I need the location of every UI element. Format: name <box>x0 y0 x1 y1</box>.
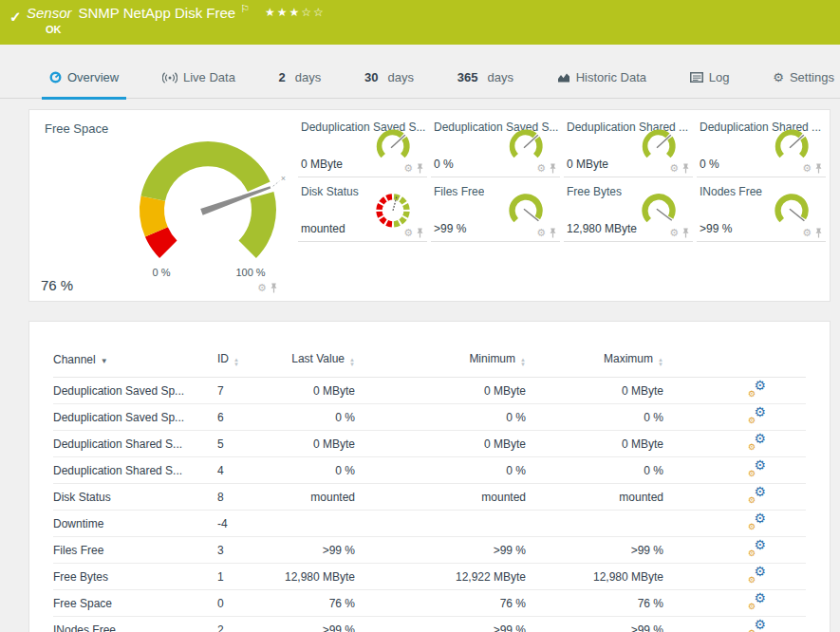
table-header-row: Channel▼ ID▲▼ Last Value▲▼ Minimum▲▼ Max… <box>53 348 806 378</box>
col-header-channel[interactable]: Channel▼ <box>53 348 217 378</box>
tab-settings[interactable]: ⚙ Settings <box>773 57 834 99</box>
main-gauge-value: 76 % <box>41 277 73 293</box>
sort-desc-icon: ▼ <box>101 357 108 365</box>
edit-channel-gears-icon[interactable]: ⚙⚙ <box>749 567 766 583</box>
pin-icon[interactable] <box>549 163 557 174</box>
pin-icon[interactable] <box>814 228 823 238</box>
channel-minimum: 0 % <box>355 457 526 484</box>
table-row: INodes Free 2 >99 % >99 % >99 % ⚙⚙ <box>53 617 806 632</box>
channel-name: Deduplication Shared S... <box>53 457 217 484</box>
pin-icon[interactable] <box>549 228 557 238</box>
edit-channel-gears-icon[interactable]: ⚙⚙ <box>749 514 766 530</box>
channel-maximum: mounted <box>526 484 663 511</box>
tab-live-data[interactable]: Live Data <box>162 57 235 99</box>
edit-channel-gears-icon[interactable]: ⚙⚙ <box>749 408 766 423</box>
gear-icon[interactable]: ⚙ <box>669 228 679 238</box>
gear-icon[interactable]: ⚙ <box>802 228 812 238</box>
edit-channel-gears-icon[interactable]: ⚙⚙ <box>749 381 766 397</box>
gear-icon[interactable]: ⚙ <box>536 163 546 174</box>
mini-gauge-value: 0 % <box>700 158 719 171</box>
mini-gauge-value: 0 % <box>434 158 454 171</box>
mini-gauge-cell: INodes Free >99 % ⚙ <box>697 182 826 242</box>
mini-gauge-title: Free Bytes <box>567 185 622 198</box>
edit-channel-gears-icon[interactable]: ⚙⚙ <box>749 541 766 556</box>
table-row: Free Bytes 1 12,980 MByte 12,922 MByte 1… <box>53 564 806 590</box>
table-row: Downtime -4 ⚙⚙ <box>53 511 806 537</box>
pin-icon[interactable] <box>416 163 424 174</box>
channel-last-value: >99 % <box>265 537 355 564</box>
live-data-icon <box>162 72 177 84</box>
flag-icon[interactable]: ⚐ <box>240 3 250 15</box>
channel-id: 1 <box>217 564 265 590</box>
mini-gauge <box>770 188 813 232</box>
pin-icon[interactable] <box>681 163 690 174</box>
sort-icon: ▲▼ <box>658 358 663 367</box>
table-row: Deduplication Shared S... 4 0 % 0 % 0 % … <box>53 457 806 484</box>
table-row: Deduplication Saved Sp... 7 0 MByte 0 MB… <box>53 378 806 404</box>
channel-maximum: 76 % <box>526 590 663 617</box>
channel-name: Free Bytes <box>53 564 217 590</box>
channel-id: 2 <box>217 617 265 632</box>
channel-name: Deduplication Saved Sp... <box>53 404 217 431</box>
main-gauge-title: Free Space <box>45 121 108 136</box>
tab-overview[interactable]: Overview <box>49 57 119 99</box>
gear-icon[interactable]: ⚙ <box>403 163 413 174</box>
channel-maximum: >99 % <box>526 537 663 564</box>
gear-icon[interactable]: ⚙ <box>536 228 546 238</box>
tab-30-days[interactable]: 30 days <box>364 57 414 99</box>
mini-gauge-actions: ⚙ <box>669 228 690 238</box>
gear-icon[interactable]: ⚙ <box>669 163 679 174</box>
channel-last-value: 76 % <box>265 590 355 617</box>
channel-id: 8 <box>217 484 265 511</box>
channel-name: Deduplication Saved Sp... <box>53 378 217 404</box>
channel-last-value: 0 % <box>265 404 355 431</box>
mini-gauge-actions: ⚙ <box>802 228 823 238</box>
channel-id: 4 <box>217 457 265 484</box>
mini-gauge-title: INodes Free <box>700 185 762 198</box>
channel-table: Channel▼ ID▲▼ Last Value▲▼ Minimum▲▼ Max… <box>53 348 806 632</box>
pin-icon[interactable] <box>270 283 278 293</box>
sort-icon: ▲▼ <box>349 358 355 367</box>
col-header-minimum[interactable]: Minimum▲▼ <box>355 348 526 378</box>
tab-historic-data[interactable]: Historic Data <box>557 57 646 99</box>
pin-icon[interactable] <box>681 228 690 238</box>
tab-log[interactable]: Log <box>690 57 730 99</box>
main-gauge-actions: ⚙ <box>257 277 827 298</box>
channel-id: 0 <box>217 590 265 617</box>
mini-gauge <box>371 123 415 167</box>
mini-gauge-actions: ⚙ <box>802 163 823 174</box>
edit-channel-gears-icon[interactable]: ⚙⚙ <box>749 435 766 450</box>
pin-icon[interactable] <box>814 163 823 174</box>
gear-icon[interactable]: ⚙ <box>802 163 812 174</box>
edit-channel-gears-icon[interactable]: ⚙⚙ <box>749 594 766 609</box>
mini-gauge-actions: ⚙ <box>536 163 557 174</box>
gear-icon[interactable]: ⚙ <box>257 283 267 293</box>
sort-icon: ▲▼ <box>520 358 526 367</box>
mini-gauge-actions: ⚙ <box>669 163 690 174</box>
channel-last-value: mounted <box>265 484 355 511</box>
mini-gauge <box>504 188 548 232</box>
mini-gauge-cell: Free Bytes 12,980 MByte ⚙ <box>564 182 693 242</box>
tab-365-days[interactable]: 365 days <box>457 57 513 99</box>
gauge-icon <box>49 71 62 84</box>
sensor-kind-label: Sensor <box>27 5 72 21</box>
sensor-status: OK <box>46 24 326 35</box>
channel-maximum: 0 % <box>526 457 663 484</box>
mini-gauge-title: Files Free <box>434 185 484 198</box>
tab-2-days[interactable]: 2 days <box>279 57 322 99</box>
mini-gauge-grid: Deduplication Saved S... 0 MByte ⚙ Dedup… <box>298 118 826 242</box>
overview-panel: Free Space × 0 % 100 % 76 % ⚙ Deduplicat… <box>28 109 831 302</box>
gear-icon[interactable]: ⚙ <box>403 228 413 238</box>
edit-channel-gears-icon[interactable]: ⚙⚙ <box>749 488 766 503</box>
col-header-last-value[interactable]: Last Value▲▼ <box>265 348 355 378</box>
pin-icon[interactable] <box>416 228 424 238</box>
edit-channel-gears-icon[interactable]: ⚙⚙ <box>749 461 766 476</box>
channel-maximum: >99 % <box>526 617 663 632</box>
priority-stars[interactable]: ★★★☆☆ <box>265 6 326 19</box>
channel-minimum: 12,922 MByte <box>355 564 526 590</box>
col-header-id[interactable]: ID▲▼ <box>217 348 265 378</box>
edit-channel-gears-icon[interactable]: ⚙⚙ <box>749 621 766 632</box>
channel-last-value <box>265 511 355 537</box>
col-header-maximum[interactable]: Maximum▲▼ <box>526 348 663 378</box>
channel-maximum <box>526 511 663 537</box>
